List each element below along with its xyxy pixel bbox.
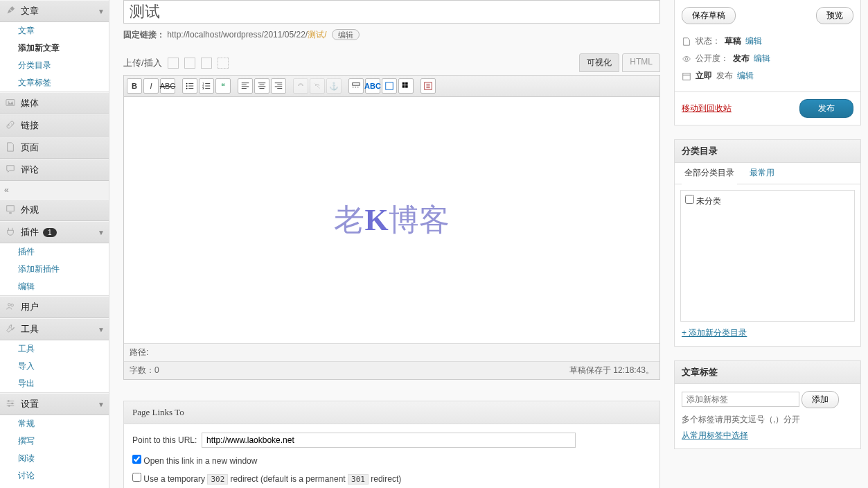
menu-plugins[interactable]: 插件 1 ▼	[0, 221, 109, 243]
fullscreen-button[interactable]	[382, 78, 397, 94]
svg-rect-14	[353, 83, 360, 86]
italic-button[interactable]: I	[143, 78, 159, 94]
align-right-button[interactable]	[271, 78, 286, 94]
tab-html[interactable]: HTML	[622, 53, 660, 72]
autosave-status: 草稿保存于 12:18:43。	[569, 365, 654, 376]
categories-box: 分类目录 全部分类目录 最常用 未分类 + 添加新分类目录	[674, 139, 861, 347]
add-media-icon[interactable]	[218, 58, 229, 69]
edit-permalink-button[interactable]: 编辑	[332, 29, 360, 40]
plugin-update-badge: 1	[43, 228, 57, 237]
kitchen-sink-button[interactable]	[398, 78, 414, 94]
add-new-category-link[interactable]: + 添加新分类目录	[682, 328, 747, 338]
more-button[interactable]	[348, 78, 364, 94]
collapse-menu-button[interactable]: «	[0, 181, 109, 199]
menu-tools[interactable]: 工具▼	[0, 318, 109, 340]
align-center-button[interactable]	[254, 78, 269, 94]
settings-icon	[6, 399, 17, 410]
submenu-tools-main[interactable]: 工具	[0, 340, 109, 358]
new-tag-input[interactable]	[682, 392, 799, 407]
tag-hint: 多个标签请用英文逗号（,）分开	[682, 414, 853, 426]
chevron-down-icon: ▼	[98, 401, 105, 408]
chevron-down-icon: ▼	[98, 229, 105, 236]
submenu-settings-writing[interactable]: 撰写	[0, 433, 109, 450]
menu-comments[interactable]: 评论	[0, 159, 109, 181]
chevron-down-icon: ▼	[98, 326, 105, 333]
editor-content[interactable]: 老K博客	[124, 97, 659, 343]
category-list[interactable]: 未分类	[680, 190, 855, 322]
editor-toolbar: B I ABC 123 ❝ ⚓ ABC	[124, 76, 659, 97]
svg-point-3	[8, 304, 11, 306]
submenu-posts-all[interactable]: 文章	[0, 22, 109, 40]
submenu-settings-general[interactable]: 常规	[0, 415, 109, 433]
menu-media[interactable]: 媒体	[0, 92, 109, 114]
menu-users[interactable]: 用户	[0, 296, 109, 318]
publish-button[interactable]: 发布	[799, 99, 853, 118]
permalink-row: 固定链接： http://localhost/wordpress/2011/05…	[123, 29, 660, 41]
svg-rect-19	[405, 85, 408, 88]
add-audio-icon[interactable]	[201, 58, 212, 69]
move-to-trash-link[interactable]: 移动到回收站	[682, 103, 732, 114]
add-video-icon[interactable]	[184, 58, 195, 69]
edit-schedule-link[interactable]: 编辑	[737, 70, 754, 82]
submenu-settings-discussion[interactable]: 讨论	[0, 467, 109, 485]
cat-tab-popular[interactable]: 最常用	[747, 163, 777, 184]
svg-rect-15	[386, 82, 393, 90]
point-url-input[interactable]	[202, 433, 576, 448]
spellcheck-button[interactable]: ABC	[365, 78, 380, 94]
menu-settings[interactable]: 设置▼	[0, 393, 109, 415]
plugin-icon	[6, 227, 17, 238]
submenu-settings-media[interactable]: 媒体	[0, 485, 109, 488]
unlink-button[interactable]	[310, 78, 325, 94]
tab-visual[interactable]: 可视化	[579, 53, 619, 72]
tags-box: 文章标签 添加 多个标签请用英文逗号（,）分开 从常用标签中选择	[674, 360, 861, 449]
category-checkbox-uncategorized[interactable]	[685, 195, 694, 204]
svg-point-5	[8, 400, 10, 402]
menu-appearance[interactable]: 外观	[0, 199, 109, 221]
word-count: 字数：0	[130, 365, 159, 376]
ul-button[interactable]	[182, 78, 197, 94]
submenu-posts-categories[interactable]: 分类目录	[0, 57, 109, 74]
add-image-icon[interactable]	[168, 58, 179, 69]
link-icon	[6, 120, 17, 131]
cat-tab-all[interactable]: 全部分类目录	[682, 163, 737, 184]
submenu-posts-new[interactable]: 添加新文章	[0, 40, 109, 57]
open-new-window-checkbox[interactable]	[132, 455, 141, 464]
submenu-tools-import[interactable]: 导入	[0, 358, 109, 375]
menu-posts[interactable]: 文章 ▼	[0, 0, 109, 22]
submenu-plugins-all[interactable]: 插件	[0, 243, 109, 261]
svg-point-9	[186, 85, 188, 87]
svg-text:3: 3	[202, 87, 204, 90]
preview-button[interactable]: 预览	[816, 7, 853, 24]
bold-button[interactable]: B	[127, 78, 142, 94]
toggle-toolbar-button[interactable]	[420, 78, 436, 94]
submenu-tools-export[interactable]: 导出	[0, 375, 109, 392]
save-draft-button[interactable]: 保存草稿	[682, 7, 736, 24]
svg-point-8	[186, 83, 188, 85]
submenu-settings-reading[interactable]: 阅读	[0, 450, 109, 467]
comment-icon	[6, 164, 17, 175]
menu-pages[interactable]: 页面	[0, 137, 109, 159]
svg-point-4	[11, 304, 14, 307]
appearance-icon	[6, 204, 17, 216]
submenu-plugins-new[interactable]: 添加新插件	[0, 261, 109, 278]
post-title-input[interactable]	[123, 0, 660, 24]
anchor-button[interactable]: ⚓	[326, 78, 342, 94]
edit-status-link[interactable]: 编辑	[745, 35, 762, 47]
svg-point-10	[186, 88, 188, 89]
svg-rect-0	[6, 100, 15, 106]
menu-links[interactable]: 链接	[0, 114, 109, 137]
add-tag-button[interactable]: 添加	[801, 391, 839, 408]
chevron-down-icon: ▼	[98, 8, 105, 15]
align-left-button[interactable]	[238, 78, 253, 94]
submenu-posts-tags[interactable]: 文章标签	[0, 74, 109, 92]
ol-button[interactable]: 123	[199, 78, 214, 94]
temp-redirect-checkbox[interactable]	[132, 473, 141, 482]
link-button[interactable]	[293, 78, 308, 94]
choose-popular-tags-link[interactable]: 从常用标签中选择	[682, 430, 748, 442]
submenu-plugins-edit[interactable]: 编辑	[0, 278, 109, 295]
svg-rect-16	[402, 82, 405, 85]
quote-button[interactable]: ❝	[215, 78, 231, 94]
strike-button[interactable]: ABC	[160, 78, 175, 94]
edit-visibility-link[interactable]: 编辑	[754, 53, 770, 64]
svg-rect-18	[402, 85, 405, 88]
